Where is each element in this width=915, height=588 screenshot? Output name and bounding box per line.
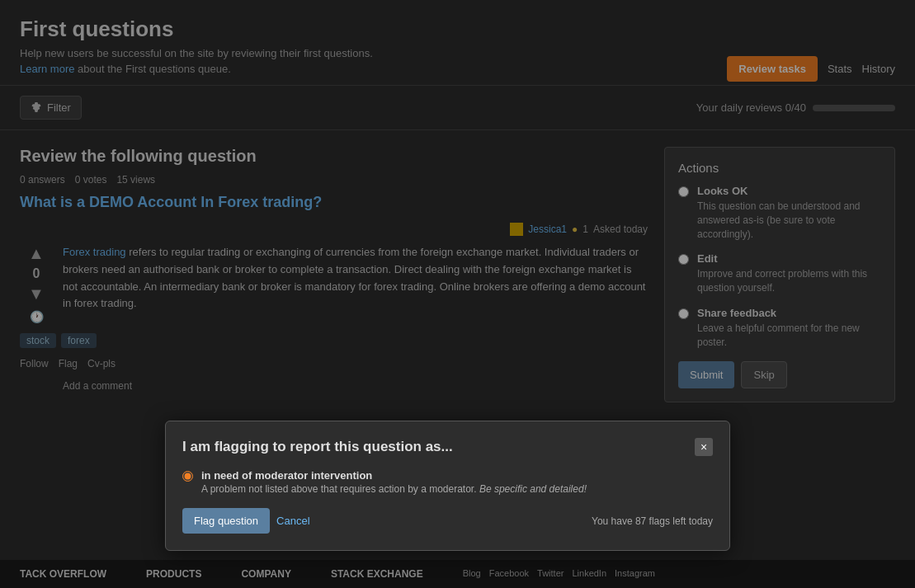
modal-close-button[interactable]: × [695, 438, 713, 456]
cancel-button[interactable]: Cancel [276, 515, 309, 527]
modal-header: I am flagging to report this question as… [182, 438, 713, 456]
modal-title: I am flagging to report this question as… [182, 439, 453, 455]
flags-left: You have 87 flags left today [592, 515, 713, 527]
moderator-intervention-label: in need of moderator intervention [201, 469, 587, 482]
modal-footer: Flag question Cancel You have 87 flags l… [182, 508, 713, 534]
flag-question-button[interactable]: Flag question [182, 508, 270, 534]
moderator-intervention-desc: A problem not listed above that requires… [201, 483, 587, 495]
modal-footer-buttons: Flag question Cancel [182, 508, 310, 534]
flag-modal: I am flagging to report this question as… [165, 421, 730, 551]
moderator-intervention-radio[interactable] [182, 471, 193, 482]
modal-option-moderator: in need of moderator intervention A prob… [182, 469, 713, 495]
